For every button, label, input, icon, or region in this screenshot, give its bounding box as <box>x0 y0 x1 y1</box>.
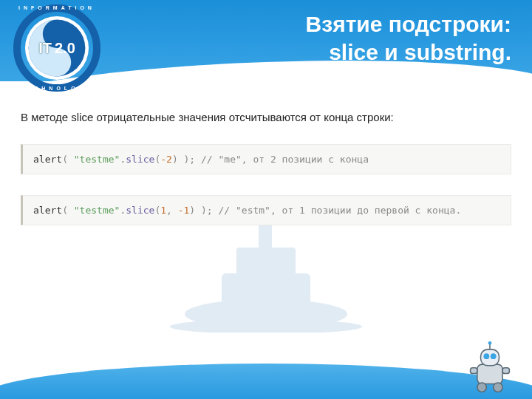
svg-point-10 <box>491 353 497 359</box>
code1-args: -2 <box>160 154 172 165</box>
svg-rect-13 <box>471 368 477 374</box>
svg-rect-8 <box>481 349 499 366</box>
title-line-2: slice и substring. <box>329 40 511 64</box>
it-2-0-logo: INFORMATION TECHNOLOGY IT 2.0 <box>13 4 100 92</box>
svg-point-9 <box>483 353 489 359</box>
code1-comment: // "me", от 2 позиции с конца <box>201 154 369 165</box>
code2-arg2: -1 <box>178 205 190 216</box>
svg-point-1 <box>185 299 347 329</box>
code2-method: slice <box>126 205 154 216</box>
logo-center-text: IT 2.0 <box>25 16 89 80</box>
svg-point-16 <box>494 383 502 392</box>
footer-wave-bg <box>0 364 532 399</box>
code1-fn: alert <box>33 154 62 165</box>
title-line-1: Взятие подстроки: <box>306 12 511 36</box>
svg-point-15 <box>477 383 486 392</box>
code-block-1: alert( "testme".slice(-2) ); // "me", от… <box>21 144 511 174</box>
logo-it-text: IT <box>38 40 52 57</box>
logo-ring-text-top: INFORMATION <box>18 5 95 10</box>
slide-content: В методе slice отрицательные значения от… <box>21 111 511 246</box>
svg-point-5 <box>257 309 275 327</box>
svg-rect-14 <box>502 368 509 374</box>
code1-str: "testme" <box>74 154 120 165</box>
code-block-2: alert( "testme".slice(1, -1) ); // "estm… <box>21 195 511 225</box>
code2-arg1: 1 <box>160 205 166 216</box>
intro-text: В методе slice отрицательные значения от… <box>21 111 511 123</box>
logo-inner: IT 2.0 <box>25 16 89 80</box>
svg-rect-2 <box>222 273 310 307</box>
code2-comment: // "estm", от 1 позиции до первой с конц… <box>219 205 462 216</box>
logo-20-text: 2.0 <box>55 40 75 57</box>
svg-point-12 <box>488 341 492 345</box>
svg-rect-7 <box>477 364 502 383</box>
slide-title: Взятие подстроки: slice и substring. <box>306 10 511 66</box>
svg-point-6 <box>170 319 362 332</box>
code1-method: slice <box>126 154 154 165</box>
logo-ring-text-bottom: TECHNOLOGY <box>20 86 93 91</box>
svg-rect-3 <box>236 248 296 277</box>
code2-str: "testme" <box>74 205 120 216</box>
robot-mascot-icon <box>461 341 519 393</box>
code2-fn: alert <box>33 205 62 216</box>
